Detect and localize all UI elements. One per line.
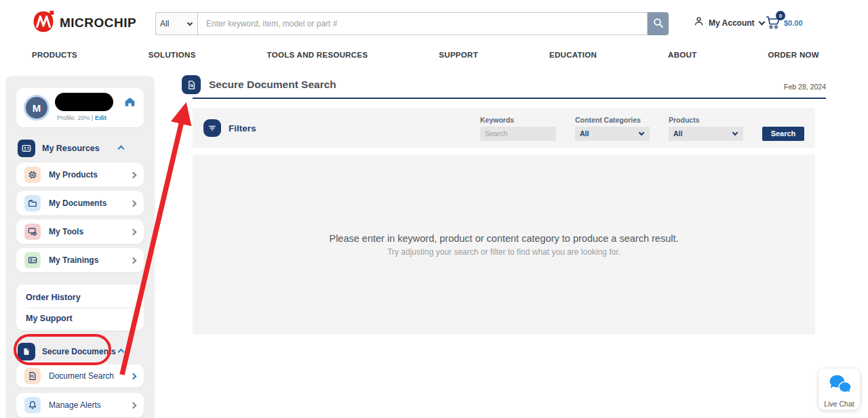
chat-bubbles-icon xyxy=(826,374,853,400)
divider: | xyxy=(92,114,93,121)
sidebar-item-label: My Trainings xyxy=(49,255,131,265)
sidebar-item-my-products[interactable]: My Products xyxy=(16,163,144,187)
chevron-right-icon xyxy=(130,228,137,235)
keywords-input[interactable] xyxy=(480,127,556,141)
chevron-right-icon xyxy=(130,402,137,409)
keywords-field: Keywords xyxy=(480,116,556,141)
redacted-user-name xyxy=(55,93,113,111)
document-icon xyxy=(182,75,201,94)
sidebar-item-order-history[interactable]: Order History xyxy=(26,287,134,308)
nav-item-order-now[interactable]: ORDER NOW xyxy=(768,51,819,59)
chevron-up-icon xyxy=(118,145,125,152)
sidebar-item-my-trainings[interactable]: My Trainings xyxy=(16,248,144,272)
nav-item-education[interactable]: EDUCATION xyxy=(549,51,597,59)
sidebar-item-manage-alerts[interactable]: Manage Alerts xyxy=(16,393,144,417)
empty-state-hint: Try adjusting your search or filter to f… xyxy=(387,247,620,257)
content-categories-field: Content Categories All xyxy=(575,116,650,141)
chevron-right-icon xyxy=(130,373,137,379)
sidebar-item-label: My Documents xyxy=(49,198,131,208)
sidebar-item-my-documents[interactable]: My Documents xyxy=(16,191,144,215)
search-input[interactable] xyxy=(197,12,648,35)
my-account-menu[interactable]: My Account xyxy=(694,16,764,29)
sidebar-item-my-tools[interactable]: My Tools xyxy=(16,220,144,244)
profile-card: M Profile: 20% | Edit xyxy=(16,88,144,127)
search-submit-button[interactable] xyxy=(648,12,669,35)
folder-icon xyxy=(24,195,41,211)
filters-search-button[interactable]: Search xyxy=(762,127,804,141)
sidebar-links-card: Order History My Support xyxy=(16,285,144,331)
tools-icon xyxy=(24,224,41,240)
edit-profile-link[interactable]: Edit xyxy=(95,114,106,121)
secure-documents-label: Secure Documents xyxy=(42,347,119,356)
avatar: M xyxy=(24,95,50,121)
products-label: Products xyxy=(669,116,743,124)
empty-state-message: Please enter in keyword, product or cont… xyxy=(329,233,678,244)
sidebar-item-label: My Tools xyxy=(49,227,131,236)
account-sidebar: M Profile: 20% | Edit My Resources xyxy=(5,76,155,418)
home-icon[interactable] xyxy=(124,96,136,110)
my-account-label: My Account xyxy=(709,18,755,28)
filters-title: Filters xyxy=(203,119,256,137)
sidebar-item-my-resources[interactable]: My Resources xyxy=(18,140,142,157)
chevron-down-icon xyxy=(758,18,765,25)
my-resources-label: My Resources xyxy=(42,144,119,153)
sidebar-item-label: Manage Alerts xyxy=(49,400,131,410)
filters-label: Filters xyxy=(229,123,256,133)
products-field: Products All xyxy=(669,116,743,141)
products-select[interactable]: All xyxy=(669,127,743,141)
content-categories-select[interactable]: All xyxy=(575,127,650,141)
keywords-label: Keywords xyxy=(480,116,556,124)
search-icon xyxy=(653,18,664,30)
nav-item-support[interactable]: SUPPORT xyxy=(439,51,478,59)
page-title: Secure Document Search xyxy=(209,79,336,91)
cart-button[interactable]: 0 $0.00 xyxy=(765,15,803,33)
search-scope-select[interactable]: All xyxy=(155,12,197,35)
main-nav: PRODUCTS SOLUTIONS TOOLS AND RESOURCES S… xyxy=(0,45,868,65)
live-chat-button[interactable]: Live Chat xyxy=(818,369,860,410)
filter-icon xyxy=(203,119,221,137)
page-title-row: Secure Document Search Feb 28, 2024 xyxy=(193,76,826,99)
microchip-logo-icon xyxy=(32,10,55,36)
live-chat-label: Live Chat xyxy=(824,400,854,408)
chevron-right-icon xyxy=(130,200,137,207)
profile-progress: Profile: 20% | Edit xyxy=(57,114,106,121)
cart-total: $0.00 xyxy=(784,19,803,27)
cart-icon: 0 xyxy=(765,15,781,33)
my-resources-icon xyxy=(18,140,35,157)
sidebar-item-secure-documents[interactable]: Secure Documents xyxy=(18,343,142,360)
person-icon xyxy=(694,16,704,29)
empty-results-panel: Please enter in keyword, product or cont… xyxy=(193,154,815,335)
cart-count-badge: 0 xyxy=(776,11,785,20)
microchip-logo[interactable]: Microchip xyxy=(32,10,136,36)
chevron-right-icon xyxy=(130,171,137,178)
filters-bar: Filters Keywords Content Categories All … xyxy=(193,108,815,148)
chevron-up-icon xyxy=(118,348,125,355)
nav-item-about[interactable]: ABOUT xyxy=(668,51,696,59)
microchip-logo-text: Microchip xyxy=(60,16,136,30)
nav-item-tools-and-resources[interactable]: TOOLS AND RESOURCES xyxy=(267,51,368,59)
chip-icon xyxy=(24,167,41,183)
bell-icon xyxy=(24,397,41,413)
sidebar-item-my-support[interactable]: My Support xyxy=(26,308,134,328)
secure-documents-icon xyxy=(18,343,35,360)
chevron-right-icon xyxy=(130,257,137,264)
nav-item-products[interactable]: PRODUCTS xyxy=(32,51,77,59)
nav-item-solutions[interactable]: SOLUTIONS xyxy=(149,51,196,59)
top-header: Microchip All My Account xyxy=(0,0,868,43)
page-date: Feb 28, 2024 xyxy=(784,83,826,91)
document-search-icon xyxy=(24,368,41,384)
sidebar-item-document-search[interactable]: Document Search xyxy=(16,364,144,388)
main-content: Secure Document Search Feb 28, 2024 Filt… xyxy=(193,76,826,335)
training-icon xyxy=(24,252,41,268)
profile-progress-label: Profile: 20% xyxy=(57,114,90,121)
content-categories-label: Content Categories xyxy=(575,116,650,124)
sidebar-item-label: Document Search xyxy=(49,371,131,381)
global-search-bar: All xyxy=(155,12,669,35)
sidebar-item-label: My Products xyxy=(49,170,131,180)
